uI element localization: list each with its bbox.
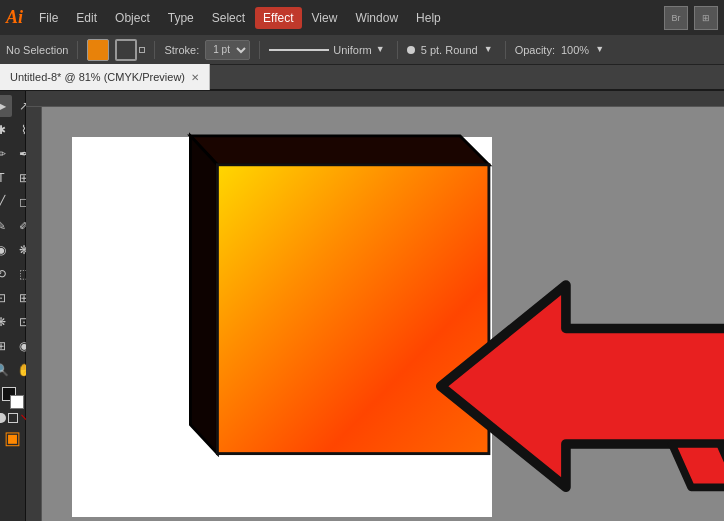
- arrow-tail: [672, 444, 724, 487]
- tool-pen[interactable]: ✏: [0, 143, 12, 165]
- round-dropdown-icon[interactable]: ▼: [484, 44, 496, 56]
- tool-zoom[interactable]: 🔍: [0, 359, 12, 381]
- workspace-button[interactable]: ⊞: [694, 6, 718, 30]
- stroke-weight-input[interactable]: 1 pt 2 pt 3 pt: [205, 40, 250, 60]
- menu-edit[interactable]: Edit: [68, 7, 105, 29]
- screen-mode-button[interactable]: ▣: [4, 427, 21, 449]
- tool-column-graph[interactable]: ⊞: [0, 335, 12, 357]
- tool-rotate[interactable]: ⟲: [0, 263, 12, 285]
- uniform-label: Uniform: [333, 44, 372, 56]
- box-front-face: [217, 165, 489, 454]
- menu-bar: Ai File Edit Object Type Select Effect V…: [0, 0, 724, 35]
- artwork-svg: [42, 107, 724, 521]
- stroke-box[interactable]: [115, 39, 137, 61]
- stroke-label: Stroke:: [164, 44, 199, 56]
- opacity-value: 100%: [561, 44, 589, 56]
- opacity-dropdown-icon[interactable]: ▼: [595, 44, 607, 56]
- menu-file[interactable]: File: [31, 7, 66, 29]
- tool-magic-wand[interactable]: ✱: [0, 119, 12, 141]
- tab-bar: Untitled-8* @ 81% (CMYK/Preview) ✕: [0, 65, 724, 91]
- tab-close-button[interactable]: ✕: [191, 72, 199, 83]
- canvas-content[interactable]: [42, 107, 724, 521]
- round-label: 5 pt. Round: [421, 44, 478, 56]
- tool-scale[interactable]: ⊡: [0, 287, 12, 309]
- toolbox: ▶ ↗ ✱ ⌇ ✏ ✒ T ⊞ ╱ ◻ ✎ ✐ ◉ ❋ ⟲ ⬚: [0, 91, 26, 521]
- menu-type[interactable]: Type: [160, 7, 202, 29]
- tab-title: Untitled-8* @ 81% (CMYK/Preview): [10, 71, 185, 83]
- main-area: ▶ ↗ ✱ ⌇ ✏ ✒ T ⊞ ╱ ◻ ✎ ✐ ◉ ❋ ⟲ ⬚: [0, 91, 724, 521]
- stroke-controls: [115, 39, 145, 61]
- toolbar-divider-2: [154, 41, 155, 59]
- tool-warp[interactable]: ❋: [0, 311, 12, 333]
- dash-controls: Uniform ▼: [269, 44, 388, 56]
- ruler-top: [26, 91, 724, 107]
- toolbar-divider-1: [77, 41, 78, 59]
- tool-pencil[interactable]: ✎: [0, 215, 12, 237]
- tool-type[interactable]: T: [0, 167, 12, 189]
- ruler-left: [26, 107, 42, 521]
- tool-selection[interactable]: ▶: [0, 95, 12, 117]
- fill-color-swatch[interactable]: [87, 39, 109, 61]
- menu-object[interactable]: Object: [107, 7, 158, 29]
- toolbar: No Selection Stroke: 1 pt 2 pt 3 pt Unif…: [0, 35, 724, 65]
- color-indicator: [2, 387, 24, 409]
- toolbar-divider-3: [259, 41, 260, 59]
- dot-round: [407, 46, 415, 54]
- tool-shape-builder[interactable]: ◉: [0, 239, 12, 261]
- menu-select[interactable]: Select: [204, 7, 253, 29]
- box-top-face: [190, 136, 488, 165]
- uniform-dropdown-icon[interactable]: ▼: [376, 44, 388, 56]
- color-mode-gradient[interactable]: [8, 413, 18, 423]
- document-tab[interactable]: Untitled-8* @ 81% (CMYK/Preview) ✕: [0, 64, 210, 90]
- ai-logo: Ai: [6, 7, 23, 28]
- menu-effect[interactable]: Effect: [255, 7, 301, 29]
- menu-window[interactable]: Window: [347, 7, 406, 29]
- background-color[interactable]: [10, 395, 24, 409]
- dash-line: [269, 49, 329, 51]
- selection-status: No Selection: [6, 44, 68, 56]
- bridge-button[interactable]: Br: [664, 6, 688, 30]
- box-left-face: [190, 136, 217, 454]
- stroke-indicator: [139, 47, 145, 53]
- toolbar-divider-5: [505, 41, 506, 59]
- tool-line[interactable]: ╱: [0, 191, 12, 213]
- menu-help[interactable]: Help: [408, 7, 449, 29]
- opacity-label: Opacity:: [515, 44, 555, 56]
- toolbar-divider-4: [397, 41, 398, 59]
- menu-view[interactable]: View: [304, 7, 346, 29]
- color-mode-normal[interactable]: [0, 413, 6, 423]
- canvas-area: [26, 91, 724, 521]
